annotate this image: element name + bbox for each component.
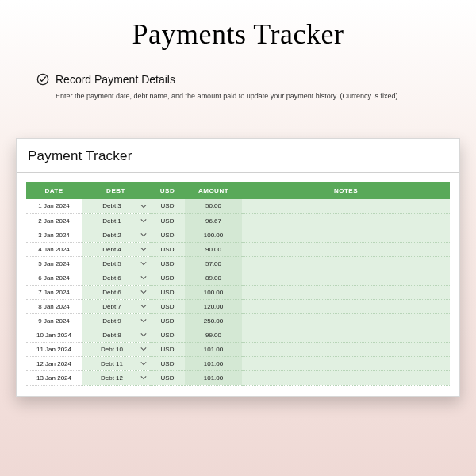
cell-currency: USD (150, 342, 185, 356)
cell-date[interactable]: 5 Jan 2024 (26, 256, 82, 271)
cell-notes[interactable] (242, 342, 450, 356)
cell-amount[interactable]: 99.00 (185, 328, 242, 342)
cell-notes[interactable] (242, 356, 450, 370)
cell-date[interactable]: 7 Jan 2024 (26, 285, 82, 299)
cell-date[interactable]: 11 Jan 2024 (26, 342, 82, 356)
debt-label: Debt 8 (102, 332, 121, 339)
cell-debt[interactable]: Debt 7 (82, 299, 150, 313)
cell-date[interactable]: 12 Jan 2024 (26, 356, 82, 370)
cell-notes[interactable] (242, 313, 450, 328)
cell-date[interactable]: 2 Jan 2024 (26, 213, 82, 228)
chevron-down-icon[interactable] (140, 303, 147, 309)
cell-debt[interactable]: Debt 6 (82, 285, 150, 299)
cell-date[interactable]: 4 Jan 2024 (26, 242, 82, 256)
debt-label: Debt 12 (101, 374, 123, 382)
chevron-down-icon[interactable] (140, 317, 147, 324)
chevron-down-icon[interactable] (140, 203, 147, 209)
cell-notes[interactable] (242, 328, 450, 342)
chevron-down-icon[interactable] (140, 360, 147, 367)
table-row: 2 Jan 2024Debt 1USD96.67 (26, 213, 450, 228)
cell-date[interactable]: 9 Jan 2024 (26, 313, 82, 328)
cell-currency: USD (150, 328, 185, 342)
cell-notes[interactable] (242, 299, 450, 313)
col-amount: AMOUNT (185, 182, 242, 199)
debt-label: Debt 10 (101, 346, 123, 353)
cell-currency: USD (150, 285, 185, 299)
cell-amount[interactable]: 50.00 (185, 199, 242, 213)
cell-debt[interactable]: Debt 4 (82, 242, 150, 256)
chevron-down-icon[interactable] (140, 274, 147, 281)
payment-table: DATE DEBT USD AMOUNT NOTES 1 Jan 2024Deb… (26, 182, 450, 386)
cell-amount[interactable]: 100.00 (185, 285, 242, 299)
cell-debt[interactable]: Debt 1 (82, 213, 150, 228)
sheet-title: Payment Tracker (17, 139, 459, 172)
debt-label: Debt 7 (102, 303, 121, 310)
debt-label: Debt 2 (102, 232, 121, 239)
cell-currency: USD (150, 299, 185, 313)
cell-debt[interactable]: Debt 6 (82, 271, 150, 285)
cell-amount[interactable]: 100.00 (185, 228, 242, 242)
chevron-down-icon[interactable] (140, 332, 147, 338)
cell-amount[interactable]: 89.00 (185, 271, 242, 285)
cell-notes[interactable] (242, 370, 450, 385)
cell-debt[interactable]: Debt 2 (82, 228, 150, 242)
cell-debt[interactable]: Debt 10 (82, 342, 150, 356)
cell-amount[interactable]: 96.67 (185, 213, 242, 228)
table-row: 7 Jan 2024Debt 6USD100.00 (26, 285, 450, 299)
cell-amount[interactable]: 101.00 (185, 356, 242, 370)
intro-section: Record Payment Details Enter the payment… (0, 73, 476, 117)
cell-currency: USD (150, 313, 185, 328)
table-row: 9 Jan 2024Debt 9USD250.00 (26, 313, 450, 328)
cell-debt[interactable]: Debt 11 (82, 356, 150, 370)
cell-amount[interactable]: 120.00 (185, 299, 242, 313)
cell-currency: USD (150, 271, 185, 285)
table-row: 5 Jan 2024Debt 5USD57.00 (26, 256, 450, 271)
intro-description: Enter the payment date, debt name, and t… (36, 92, 440, 100)
cell-currency: USD (150, 356, 185, 370)
cell-debt[interactable]: Debt 12 (82, 370, 150, 385)
table-row: 10 Jan 2024Debt 8USD99.00 (26, 328, 450, 342)
cell-amount[interactable]: 101.00 (185, 370, 242, 385)
cell-amount[interactable]: 101.00 (185, 342, 242, 356)
cell-date[interactable]: 1 Jan 2024 (26, 199, 82, 213)
cell-notes[interactable] (242, 228, 450, 242)
chevron-down-icon[interactable] (140, 217, 147, 224)
col-debt: DEBT (82, 182, 150, 199)
cell-amount[interactable]: 250.00 (185, 313, 242, 328)
cell-date[interactable]: 3 Jan 2024 (26, 228, 82, 242)
cell-debt[interactable]: Debt 3 (82, 199, 150, 213)
cell-notes[interactable] (242, 271, 450, 285)
chevron-down-icon[interactable] (140, 246, 147, 252)
cell-date[interactable]: 6 Jan 2024 (26, 271, 82, 285)
col-date: DATE (26, 182, 82, 199)
cell-notes[interactable] (242, 213, 450, 228)
cell-notes[interactable] (242, 256, 450, 271)
chevron-down-icon[interactable] (140, 346, 147, 352)
page-title: Payments Tracker (0, 0, 476, 73)
cell-amount[interactable]: 90.00 (185, 242, 242, 256)
cell-debt[interactable]: Debt 8 (82, 328, 150, 342)
cell-date[interactable]: 10 Jan 2024 (26, 328, 82, 342)
cell-date[interactable]: 8 Jan 2024 (26, 299, 82, 313)
chevron-down-icon[interactable] (140, 260, 147, 267)
cell-currency: USD (150, 228, 185, 242)
table-row: 3 Jan 2024Debt 2USD100.00 (26, 228, 450, 242)
table-row: 12 Jan 2024Debt 11USD101.00 (26, 356, 450, 370)
debt-label: Debt 11 (101, 360, 123, 367)
chevron-down-icon[interactable] (140, 232, 147, 238)
debt-label: Debt 3 (102, 202, 121, 209)
cell-date[interactable]: 13 Jan 2024 (26, 370, 82, 385)
cell-debt[interactable]: Debt 5 (82, 256, 150, 271)
table-row: 11 Jan 2024Debt 10USD101.00 (26, 342, 450, 356)
cell-debt[interactable]: Debt 9 (82, 313, 150, 328)
cell-notes[interactable] (242, 285, 450, 299)
chevron-down-icon[interactable] (140, 374, 147, 381)
debt-label: Debt 4 (102, 246, 121, 253)
chevron-down-icon[interactable] (140, 289, 147, 295)
cell-amount[interactable]: 57.00 (185, 256, 242, 271)
divider (17, 172, 459, 173)
cell-notes[interactable] (242, 199, 450, 213)
spreadsheet-panel: Payment Tracker DATE DEBT USD AMOUNT NOT… (16, 138, 460, 397)
cell-notes[interactable] (242, 242, 450, 256)
table-row: 8 Jan 2024Debt 7USD120.00 (26, 299, 450, 313)
